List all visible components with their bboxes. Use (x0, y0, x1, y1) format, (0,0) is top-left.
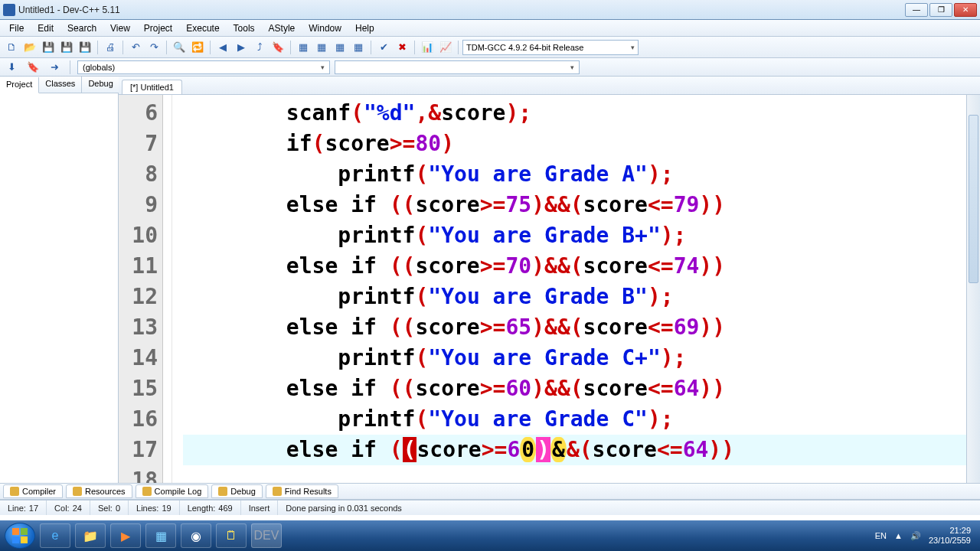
stop-button[interactable]: ✖ (394, 39, 410, 56)
bottom-tab-compile-log[interactable]: Compile Log (136, 484, 209, 498)
status-line: Line: 17 (0, 500, 47, 515)
forward-button[interactable]: ▶ (233, 39, 250, 56)
undo-button[interactable]: ↶ (127, 39, 144, 56)
tab-icon (73, 487, 82, 496)
profile-button[interactable]: 📊 (419, 39, 436, 56)
status-lines: Lines: 19 (129, 500, 180, 515)
profile-results-button[interactable]: 📈 (437, 39, 454, 56)
toggle-bookmark-button[interactable]: 🔖 (24, 59, 41, 76)
menu-help[interactable]: Help (349, 21, 381, 35)
scrollbar-thumb[interactable] (969, 115, 978, 283)
menu-astyle[interactable]: AStyle (263, 21, 302, 35)
tray-network-icon[interactable]: 🔊 (910, 531, 921, 541)
code-editor[interactable]: scanf("%d",&score); if(score>=80) printf… (172, 95, 966, 483)
vertical-scrollbar[interactable] (966, 95, 980, 483)
window-title: Untitled1 - Dev-C++ 5.11 (18, 5, 905, 15)
windows-taskbar: e 📁 ▶ ▦ ◉ 🗒 DEV EN ▲ 🔊 21:29 23/10/2559 (0, 520, 980, 551)
left-tab-debug[interactable]: Debug (82, 77, 119, 93)
debug-button[interactable]: ✔ (375, 39, 392, 56)
goto-bookmark-button[interactable]: ➜ (46, 59, 63, 76)
close-button[interactable]: ✕ (954, 3, 977, 17)
status-message: Done parsing in 0.031 seconds (278, 500, 410, 515)
tray-clock[interactable]: 21:29 23/10/2559 (929, 526, 971, 546)
save-as-button[interactable]: 💾 (77, 39, 93, 56)
menu-search[interactable]: Search (61, 21, 103, 35)
output-tabs: CompilerResourcesCompile LogDebugFind Re… (0, 483, 980, 500)
bookmark-button[interactable]: 🔖 (270, 39, 286, 56)
menu-file[interactable]: File (3, 21, 30, 35)
taskbar-explorer-icon[interactable]: 📁 (75, 523, 106, 548)
line-number-gutter: 6789101112131415161718 (119, 95, 163, 483)
toolbar-nav: ⬇ 🔖 ➜ (globals) (0, 58, 980, 77)
taskbar-grid-icon[interactable]: ▦ (145, 523, 176, 548)
tab-icon (273, 487, 282, 496)
new-file-button[interactable]: 🗋 (3, 39, 20, 56)
menu-view[interactable]: View (104, 21, 136, 35)
menu-window[interactable]: Window (302, 21, 348, 35)
bottom-tab-find-results[interactable]: Find Results (266, 484, 338, 498)
project-panel-tabs: ProjectClassesDebug (0, 77, 118, 93)
menubar: FileEditSearchViewProjectExecuteToolsASt… (0, 20, 980, 37)
titlebar: Untitled1 - Dev-C++ 5.11 — ❐ ✕ (0, 0, 980, 20)
scope-combo[interactable]: (globals) (77, 60, 330, 74)
tab-icon (10, 487, 19, 496)
minimize-button[interactable]: — (905, 3, 928, 17)
status-sel: Sel: 0 (90, 500, 129, 515)
status-bar: Line: 17 Col: 24 Sel: 0 Lines: 19 Length… (0, 500, 980, 515)
compiler-profile-select[interactable]: TDM-GCC 4.9.2 64-bit Release (462, 40, 639, 55)
print-button[interactable]: 🖨 (102, 39, 119, 56)
replace-button[interactable]: 🔁 (189, 39, 206, 56)
rebuild-button[interactable]: ▦ (350, 39, 367, 56)
taskbar-chrome-icon[interactable]: ◉ (181, 523, 211, 548)
editor-tab-active[interactable]: [*] Untitled1 (122, 80, 182, 94)
project-panel: ProjectClassesDebug (0, 77, 119, 483)
maximize-button[interactable]: ❐ (929, 3, 952, 17)
goto-button[interactable]: ⤴ (251, 39, 268, 56)
compile-run-button[interactable]: ▦ (332, 39, 348, 56)
redo-button[interactable]: ↷ (145, 39, 162, 56)
find-button[interactable]: 🔍 (171, 39, 188, 56)
taskbar-devcpp-icon[interactable]: DEV (251, 523, 282, 548)
taskbar-ie-icon[interactable]: e (40, 523, 70, 548)
taskbar-media-icon[interactable]: ▶ (110, 523, 141, 548)
bottom-tab-compiler[interactable]: Compiler (3, 484, 63, 498)
app-icon (3, 4, 15, 16)
bottom-tab-resources[interactable]: Resources (66, 484, 132, 498)
tab-icon (142, 487, 152, 496)
fold-strip (163, 95, 172, 483)
left-tab-classes[interactable]: Classes (39, 77, 82, 93)
bottom-tab-debug[interactable]: Debug (211, 484, 262, 498)
status-mode: Insert (241, 500, 279, 515)
left-tab-project[interactable]: Project (0, 77, 39, 93)
status-col: Col: 24 (47, 500, 90, 515)
taskbar-notes-icon[interactable]: 🗒 (216, 523, 247, 548)
menu-tools[interactable]: Tools (227, 21, 261, 35)
compile-button[interactable]: ▦ (295, 39, 312, 56)
editor-tabs: [*] Untitled1 (119, 77, 980, 95)
menu-project[interactable]: Project (138, 21, 178, 35)
tray-flag-icon[interactable]: ▲ (894, 531, 903, 540)
menu-execute[interactable]: Execute (180, 21, 225, 35)
function-combo[interactable] (335, 60, 580, 74)
menu-edit[interactable]: Edit (31, 21, 60, 35)
insert-button[interactable]: ⬇ (3, 59, 20, 76)
tray-lang[interactable]: EN (875, 531, 887, 540)
status-length: Length: 469 (180, 500, 241, 515)
back-button[interactable]: ◀ (214, 39, 231, 56)
save-all-button[interactable]: 💾 (58, 39, 75, 56)
start-button[interactable] (5, 523, 35, 549)
open-button[interactable]: 📂 (21, 39, 38, 56)
tab-icon (218, 487, 227, 496)
run-button[interactable]: ▦ (313, 39, 330, 56)
save-button[interactable]: 💾 (40, 39, 57, 56)
toolbar-main: 🗋 📂 💾 💾 💾 🖨 ↶ ↷ 🔍 🔁 ◀ ▶ ⤴ 🔖 ▦ ▦ ▦ ▦ ✔ ✖ … (0, 37, 980, 58)
